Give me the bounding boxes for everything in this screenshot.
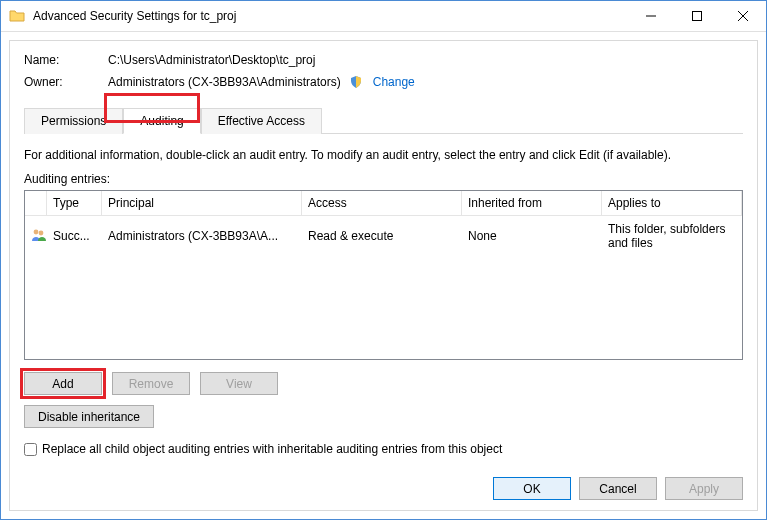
cell-inherited: None [462,227,602,245]
ok-button[interactable]: OK [493,477,571,500]
tab-bar: Permissions Auditing Effective Access [24,107,743,134]
svg-point-5 [39,230,44,235]
change-owner-link[interactable]: Change [373,75,415,89]
col-inherited[interactable]: Inherited from [462,191,602,215]
users-icon [25,225,47,248]
entries-label: Auditing entries: [24,172,743,186]
table-row[interactable]: Succ... Administrators (CX-3BB93A\A... R… [25,216,742,256]
tab-permissions[interactable]: Permissions [24,108,123,134]
close-button[interactable] [720,1,766,31]
svg-point-4 [34,229,39,234]
instructions-text: For additional information, double-click… [24,148,743,162]
folder-icon [9,8,25,24]
add-button[interactable]: Add [24,372,102,395]
col-type[interactable]: Type [47,191,102,215]
auditing-entries-grid[interactable]: Type Principal Access Inherited from App… [24,190,743,360]
cell-principal: Administrators (CX-3BB93A\A... [102,227,302,245]
replace-entries-checkbox[interactable] [24,443,37,456]
tab-effective-access[interactable]: Effective Access [201,108,322,134]
cancel-button[interactable]: Cancel [579,477,657,500]
cell-applies: This folder, subfolders and files [602,220,742,252]
maximize-button[interactable] [674,1,720,31]
content-area: Name: C:\Users\Administrator\Desktop\tc_… [9,40,758,511]
cell-type: Succ... [47,227,102,245]
titlebar: Advanced Security Settings for tc_proj [1,1,766,32]
col-principal[interactable]: Principal [102,191,302,215]
remove-button: Remove [112,372,190,395]
minimize-button[interactable] [628,1,674,31]
col-access[interactable]: Access [302,191,462,215]
cell-access: Read & execute [302,227,462,245]
col-applies[interactable]: Applies to [602,191,742,215]
window-title: Advanced Security Settings for tc_proj [31,9,628,23]
owner-label: Owner: [24,75,108,89]
name-label: Name: [24,53,108,67]
shield-icon [349,75,363,89]
name-value: C:\Users\Administrator\Desktop\tc_proj [108,53,315,67]
disable-inheritance-button[interactable]: Disable inheritance [24,405,154,428]
advanced-security-window: Advanced Security Settings for tc_proj N… [0,0,767,520]
view-button: View [200,372,278,395]
tab-auditing[interactable]: Auditing [123,108,200,134]
grid-header: Type Principal Access Inherited from App… [25,191,742,216]
owner-value: Administrators (CX-3BB93A\Administrators… [108,75,341,89]
replace-entries-label: Replace all child object auditing entrie… [42,442,502,456]
apply-button: Apply [665,477,743,500]
svg-rect-1 [693,12,702,21]
